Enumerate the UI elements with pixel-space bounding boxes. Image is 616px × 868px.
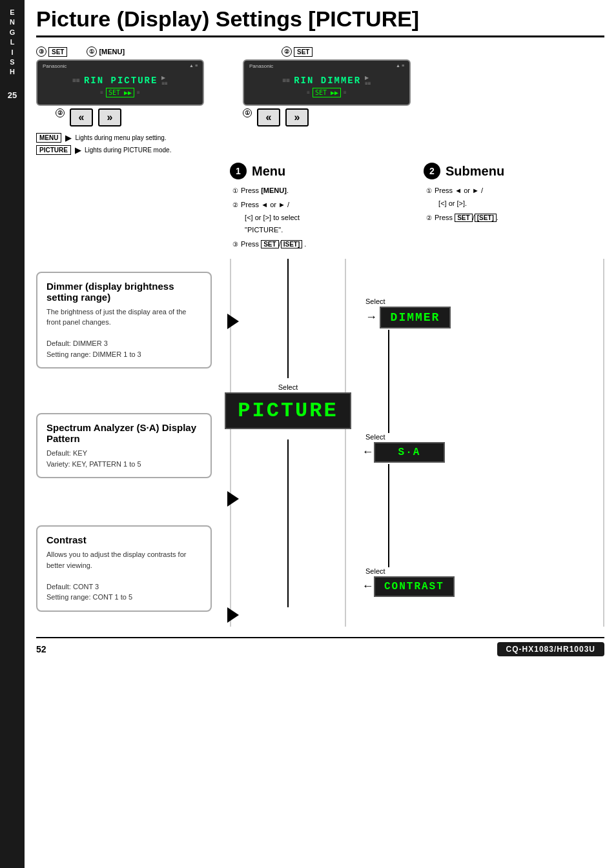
picture-flow-box: PICTURE	[225, 392, 351, 429]
dimmer-submenu-box: DIMMER	[380, 307, 451, 328]
dimmer-range: Setting range: DIMMER 1 to 3	[46, 349, 201, 360]
model-number: CQ-HX1083/HR1003U	[497, 642, 604, 656]
contrast-default: Default: CONT 3	[46, 581, 201, 592]
step3-circle: ③	[36, 46, 46, 57]
spectrum-default: Default: KEY	[46, 448, 201, 459]
dimmer-entry-arrow: →	[365, 310, 377, 324]
menu-info-label: MENU	[36, 133, 61, 143]
sa-entry-arrow: ↓	[362, 449, 375, 455]
spectrum-title: Spectrum Analyzer (S·A) Display Pattern	[46, 422, 201, 444]
instruction-area: 1 Menu ① Press [MENU]. ② Press ◄ or ► / …	[36, 163, 604, 252]
main-content: Picture (Display) Settings [PICTURE] ③ S…	[25, 0, 616, 669]
dimmer-flow-arrow	[227, 314, 239, 329]
sidebar: E N G L I S H 25	[0, 0, 25, 868]
left-arrow-btn-right[interactable]: «	[257, 108, 280, 126]
menu-instructions: 1 Menu ① Press [MENU]. ② Press ◄ or ► / …	[230, 163, 411, 252]
brand-right: Panasonic	[249, 63, 273, 69]
page-title: Picture (Display) Settings [PICTURE]	[36, 6, 604, 37]
three-col-layout: Dimmer (display brightness setting range…	[36, 259, 604, 627]
submenu-title: Submenu	[446, 164, 504, 179]
submenu-steps: ① Press ◄ or ► / [<] or [>]. ② Press SET…	[424, 185, 604, 224]
contrast-title: Contrast	[46, 534, 201, 545]
picture-info-text: Lights during PICTURE mode.	[85, 146, 172, 154]
menu-title: Menu	[252, 164, 285, 179]
footer-page-number: 52	[36, 644, 46, 654]
menu-label: [MENU]	[99, 48, 125, 56]
dimmer-title: Dimmer (display brightness setting range…	[46, 281, 201, 303]
feature-boxes-col: Dimmer (display brightness setting range…	[36, 259, 230, 627]
step1-circle: ①	[87, 46, 97, 57]
contrast-entry-arrow: ↓	[362, 583, 375, 589]
right-device-screen: Panasonic ▲ ≡ ≡≡ RIN DIMMER ▶≡≡ ≡ SET ▶▶…	[243, 59, 411, 106]
left-device-diagram: ③ SET ① [MENU] Panasonic ▲ ≡ ≡≡ RIN PICT…	[36, 46, 204, 155]
step2-circle-left: ②	[56, 108, 65, 117]
dimmer-body: The brightness of just the display area …	[46, 307, 201, 328]
spectrum-range: Variety: KEY, PATTERN 1 to 5	[46, 459, 201, 470]
step1-circle-right: ①	[243, 108, 252, 117]
sa-select-label: Select	[365, 433, 603, 441]
page-footer: 52 CQ-HX1083/HR1003U	[36, 637, 604, 656]
top-diagrams: ③ SET ① [MENU] Panasonic ▲ ≡ ≡≡ RIN PICT…	[36, 46, 604, 155]
contrast-range: Setting range: CONT 1 to 5	[46, 592, 201, 603]
contrast-flow-arrow	[227, 607, 239, 623]
contrast-body: Allows you to adjust the display contras…	[46, 549, 201, 570]
sidebar-language-label: E N G L I S H	[10, 8, 15, 77]
small-icons-right: ▲ ≡	[396, 63, 404, 68]
spectrum-feature-box: Spectrum Analyzer (S·A) Display Pattern …	[36, 413, 212, 478]
left-display-text: RIN PICTURE	[84, 76, 158, 86]
small-icons-left: ▲ ≡	[189, 63, 198, 68]
picture-info-label: PICTURE	[36, 145, 71, 155]
set-label-right: SET	[294, 47, 313, 57]
right-arrow-btn[interactable]: »	[98, 108, 121, 126]
instructions-right: 1 Menu ① Press [MENU]. ② Press ◄ or ► / …	[230, 163, 604, 252]
contrast-feature-box: Contrast Allows you to adjust the displa…	[36, 525, 212, 612]
dimmer-default: Default: DIMMER 3	[46, 338, 201, 349]
contrast-submenu-box: CONTRAST	[374, 576, 455, 597]
dimmer-select-label: Select	[365, 298, 603, 305]
right-display-text: RIN DIMMER	[294, 76, 361, 86]
sidebar-page-number: 25	[8, 90, 17, 100]
menu-info-text: Lights during menu play setting.	[75, 134, 166, 141]
sa-submenu-box: S·A	[374, 442, 445, 463]
picture-select-label: Select	[278, 383, 298, 391]
menu-circle: 1	[230, 163, 247, 179]
brand-left: Panasonic	[43, 63, 67, 69]
right-arrow-btn-right[interactable]: »	[285, 108, 309, 126]
set-label-left: SET	[48, 47, 67, 57]
dimmer-feature-box: Dimmer (display brightness setting range…	[36, 272, 212, 369]
spectrum-flow-arrow	[227, 491, 239, 507]
left-arrow-btn[interactable]: «	[70, 108, 93, 126]
step2-circle-right: ②	[282, 46, 292, 57]
submenu-instructions: 2 Submenu ① Press ◄ or ► / [<] or [>]. ②…	[424, 163, 604, 252]
contrast-select-label: Select	[365, 567, 603, 575]
menu-steps: ① Press [MENU]. ② Press ◄ or ► / [<] or …	[230, 185, 411, 251]
submenu-circle: 2	[424, 163, 440, 179]
right-device-diagram: ② SET Panasonic ▲ ≡ ≡≡ RIN DIMMER ▶≡≡ ≡ …	[243, 46, 411, 155]
left-device-screen: Panasonic ▲ ≡ ≡≡ RIN PICTURE ▶≡≡ ≡ SET ▶…	[36, 59, 204, 106]
right-submenu-col: Select → DIMMER Select ↓ S·A Selec	[346, 259, 604, 627]
center-flow-col: Select PICTURE	[230, 259, 346, 627]
